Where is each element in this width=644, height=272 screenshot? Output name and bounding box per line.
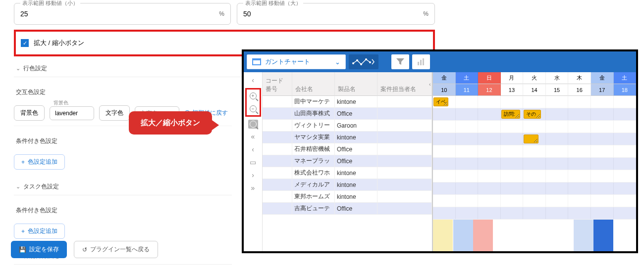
col-index[interactable]: コード番号 bbox=[263, 72, 292, 96]
table-row[interactable]: 山田商事株式Office bbox=[263, 108, 432, 120]
task-bar[interactable]: イベ bbox=[433, 97, 448, 106]
percent-sign: % bbox=[423, 10, 429, 17]
nav-next-icon[interactable]: › bbox=[248, 170, 258, 180]
zoom-out-button[interactable]: − bbox=[248, 104, 258, 114]
table-row[interactable]: マネープラッOffice bbox=[263, 155, 432, 167]
chevron-down-icon: ⌄ bbox=[16, 65, 20, 72]
cond-color-title: 条件付き色設定 bbox=[14, 133, 232, 149]
day-name-cell: 水 bbox=[546, 72, 569, 84]
day-name-cell: 金 bbox=[591, 72, 614, 84]
table-row[interactable]: ヤマシタ実業kintone bbox=[263, 132, 432, 143]
add-color-button-2[interactable]: + 色設定追加 bbox=[14, 224, 65, 239]
gantt-icon bbox=[252, 58, 261, 65]
line-chart-button[interactable] bbox=[349, 54, 378, 69]
day-name-cell: 金 bbox=[433, 72, 456, 84]
zoom-toggle-checkbox[interactable]: ✓ bbox=[21, 39, 29, 47]
table-row[interactable]: 石井精密機械Office bbox=[263, 143, 432, 155]
nav-last-icon[interactable]: » bbox=[248, 183, 258, 193]
section-task-color[interactable]: ⌄ タスク色設定 bbox=[14, 179, 232, 195]
scroll-small-field[interactable]: 表示範囲 移動値（小） % bbox=[14, 3, 231, 25]
nav-left-icon[interactable]: ‹ bbox=[248, 75, 258, 85]
table-row[interactable]: ヴィクトリーGaroon bbox=[263, 120, 432, 132]
table-row[interactable]: 東邦ホームズkintone bbox=[263, 191, 432, 203]
table-row[interactable]: 吉高ビューテOffice bbox=[263, 203, 432, 215]
table-row[interactable]: メディカルアkintone bbox=[263, 179, 432, 191]
add-color-button[interactable]: + 色設定追加 bbox=[14, 154, 65, 170]
day-num-cell: 13 bbox=[501, 84, 524, 96]
fg-color-chip[interactable]: 文字色 bbox=[99, 105, 130, 121]
nav-prev-icon[interactable]: ‹ bbox=[248, 144, 258, 154]
scroll-small-label: 表示範囲 移動値（小） bbox=[20, 0, 80, 7]
calendar-row[interactable] bbox=[433, 195, 636, 207]
chart-type-dropdown[interactable]: ガントチャート ⌄ bbox=[247, 54, 346, 69]
col-product[interactable]: 製品名 bbox=[335, 72, 377, 96]
day-name-cell: 土 bbox=[614, 72, 637, 84]
percent-sign: % bbox=[219, 10, 224, 17]
day-name-cell: 木 bbox=[568, 72, 591, 84]
table-row[interactable]: 株式会社ワホkintone bbox=[263, 167, 432, 179]
gantt-toolbar: ガントチャート ⌄ bbox=[244, 51, 636, 72]
calendar-row[interactable] bbox=[433, 121, 636, 133]
day-num-cell: 18 bbox=[614, 84, 637, 96]
svg-rect-7 bbox=[423, 58, 424, 65]
bar-chart-button[interactable] bbox=[412, 54, 430, 69]
day-num-cell: 17 bbox=[591, 84, 614, 96]
day-num-cell: 14 bbox=[523, 84, 546, 96]
day-name-cell: 火 bbox=[523, 72, 546, 84]
svg-point-2 bbox=[360, 63, 362, 65]
day-num-cell: 11 bbox=[456, 84, 479, 96]
day-num-cell: 10 bbox=[433, 84, 456, 96]
gantt-calendar: ‹ 金土日月火水木金土 101112131415161718 イベ訪問:その bbox=[432, 72, 636, 251]
day-name-cell: 月 bbox=[501, 72, 524, 84]
svg-rect-6 bbox=[420, 60, 422, 65]
today-icon[interactable]: ▭ bbox=[248, 157, 258, 167]
calendar-row[interactable] bbox=[433, 158, 636, 170]
zoom-in-button[interactable]: + bbox=[248, 91, 258, 101]
callout-zoom-buttons: 拡大／縮小ボタン bbox=[129, 111, 212, 135]
task-bar[interactable]: 訪問: bbox=[501, 110, 520, 119]
chevron-down-icon: ⌄ bbox=[16, 183, 20, 190]
bg-color-input-wrap: 背景色 bbox=[50, 106, 94, 120]
calendar-row[interactable] bbox=[433, 182, 636, 195]
calendar-row[interactable]: イベ bbox=[433, 96, 636, 108]
plus-icon: + bbox=[21, 228, 25, 235]
day-num-cell: 12 bbox=[478, 84, 501, 96]
task-bar[interactable] bbox=[524, 135, 538, 143]
svg-point-0 bbox=[352, 62, 354, 64]
cond-color-title-2: 条件付き色設定 bbox=[14, 202, 232, 219]
bg-color-chip[interactable]: 背景色 bbox=[14, 105, 45, 121]
col-company[interactable]: 会社名 bbox=[292, 72, 335, 96]
svg-point-3 bbox=[365, 58, 367, 60]
chevron-down-icon: ⌄ bbox=[335, 58, 340, 66]
gantt-nav-col: ‹ + − « ‹ ▭ › » bbox=[244, 72, 263, 251]
back-button[interactable]: ↺ プラグイン一覧へ戻る bbox=[74, 241, 158, 258]
task-bar[interactable]: その bbox=[524, 110, 541, 119]
scroll-large-label: 表示範囲 移動値（大） bbox=[243, 0, 303, 7]
back-icon: ↺ bbox=[82, 246, 87, 253]
zoom-toggle-label: 拡大 / 縮小ボタン bbox=[34, 39, 84, 47]
svg-point-4 bbox=[369, 61, 371, 63]
calendar-row[interactable] bbox=[433, 145, 636, 158]
filter-button[interactable] bbox=[391, 54, 409, 69]
fit-button[interactable] bbox=[248, 120, 258, 129]
day-name-cell: 日 bbox=[478, 72, 501, 84]
scroll-large-field[interactable]: 表示範囲 移動値（大） % bbox=[237, 3, 435, 25]
day-num-cell: 16 bbox=[568, 84, 591, 96]
day-name-cell: 土 bbox=[456, 72, 479, 84]
calendar-row[interactable] bbox=[433, 170, 636, 182]
calendar-row[interactable] bbox=[433, 133, 636, 145]
calendar-row[interactable]: 訪問:その bbox=[433, 108, 636, 121]
day-num-cell: 15 bbox=[546, 84, 569, 96]
nav-first-icon[interactable]: « bbox=[248, 132, 258, 141]
col-pic[interactable]: 案件担当者名 bbox=[377, 72, 432, 96]
bg-color-input[interactable] bbox=[50, 106, 94, 120]
save-button[interactable]: 💾 設定を保存 bbox=[11, 241, 67, 258]
scroll-left-icon[interactable]: ‹ bbox=[429, 81, 431, 87]
gantt-panel: ガントチャート ⌄ ‹ + − « ‹ ▭ › » bbox=[242, 49, 638, 253]
plus-icon: + bbox=[21, 159, 25, 166]
save-icon: 💾 bbox=[19, 246, 26, 253]
table-row[interactable]: 田中マーケテkintone bbox=[263, 96, 432, 108]
gantt-table: コード番号 会社名 製品名 案件担当者名 田中マーケテkintone山田商事株式… bbox=[263, 72, 432, 251]
svg-point-1 bbox=[356, 59, 358, 61]
calendar-row[interactable] bbox=[433, 207, 636, 220]
